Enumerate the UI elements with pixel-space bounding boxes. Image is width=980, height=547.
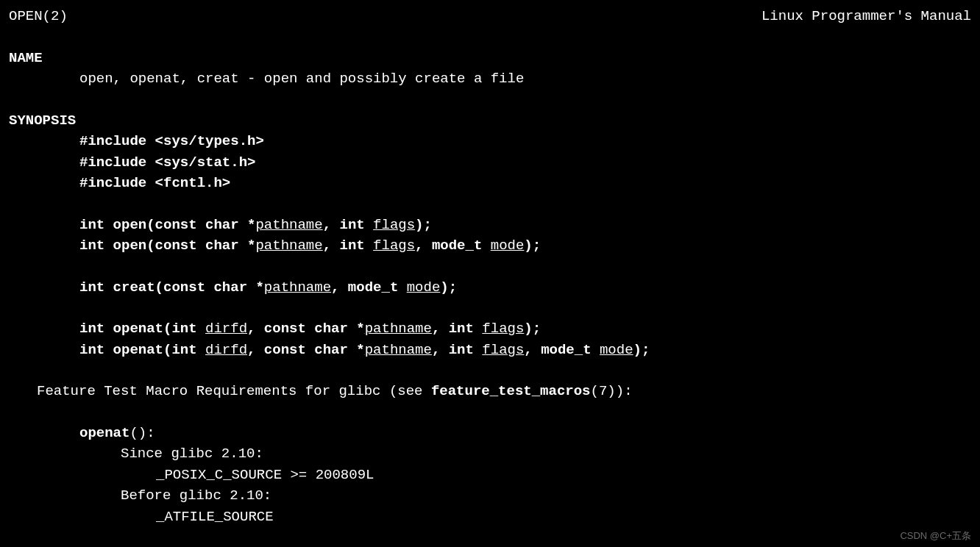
ftm-post: (7)): [591, 383, 633, 399]
name-heading: NAME [9, 48, 971, 69]
sig-text: int creat(const char * [79, 279, 264, 296]
sig-text: ); [633, 342, 650, 358]
synopsis-heading: SYNOPSIS [9, 110, 971, 132]
sig-text: ); [524, 321, 541, 337]
ftm-before-val: _ATFILE_SOURCE [9, 507, 971, 528]
sig-text: int open(const char * [79, 237, 255, 254]
sig-text: , mode_t [331, 279, 407, 296]
include-line: #include <sys/types.h> [9, 131, 971, 152]
ftm-openat-label: openat [79, 425, 129, 441]
function-signature: int openat(int dirfd, const char *pathna… [9, 318, 971, 340]
param-pathname: pathname [255, 237, 322, 254]
param-pathname: pathname [255, 217, 322, 233]
param-flags: flags [482, 342, 524, 358]
sig-text: , int [323, 217, 373, 233]
ftm-pre: Feature Test Macro Requirements for glib… [37, 383, 431, 399]
sig-text: , int [432, 321, 482, 337]
name-description: open, openat, creat - open and possibly … [9, 68, 971, 90]
param-pathname: pathname [264, 279, 331, 296]
ftm-link: feature_test_macros [431, 383, 591, 399]
param-mode: mode [600, 342, 633, 358]
sig-text: , const char * [247, 321, 365, 337]
sig-text: , mode_t [415, 237, 491, 254]
sig-text: int open(const char * [79, 217, 255, 233]
sig-text: int openat(int [79, 342, 205, 358]
param-mode: mode [491, 237, 525, 254]
sig-text: , mode_t [524, 342, 600, 358]
watermark: CSDN @C+五条 [900, 529, 971, 543]
function-signature: int openat(int dirfd, const char *pathna… [9, 340, 971, 361]
sig-text: ); [415, 217, 432, 233]
param-dirfd: dirfd [205, 342, 247, 358]
param-flags: flags [373, 217, 415, 233]
man-page-header: OPEN(2) Linux Programmer's Manual [9, 6, 971, 27]
include-line: #include <fcntl.h> [9, 173, 971, 194]
ftm-openat-paren: (): [129, 425, 155, 441]
param-flags: flags [482, 321, 524, 337]
feature-test-intro: Feature Test Macro Requirements for glib… [9, 381, 971, 402]
header-right: Linux Programmer's Manual [761, 6, 971, 27]
ftm-since: Since glibc 2.10: [9, 443, 971, 465]
include-line: #include <sys/stat.h> [9, 152, 971, 174]
ftm-since-val: _POSIX_C_SOURCE >= 200809L [9, 465, 971, 486]
sig-text: , const char * [247, 342, 365, 358]
sig-text: ); [524, 237, 541, 254]
header-left: OPEN(2) [9, 6, 68, 27]
function-signature: int open(const char *pathname, int flags… [9, 215, 971, 236]
sig-text: int openat(int [79, 321, 205, 337]
sig-text: ); [440, 279, 457, 296]
function-signature: int open(const char *pathname, int flags… [9, 235, 971, 257]
param-dirfd: dirfd [205, 321, 247, 337]
param-mode: mode [407, 279, 441, 296]
ftm-openat: openat(): [9, 423, 971, 444]
sig-text: , int [432, 342, 482, 358]
ftm-before: Before glibc 2.10: [9, 485, 971, 507]
function-signature: int creat(const char *pathname, mode_t m… [9, 277, 971, 298]
sig-text: , int [323, 237, 373, 254]
param-pathname: pathname [365, 342, 432, 358]
param-flags: flags [373, 237, 415, 254]
param-pathname: pathname [365, 321, 432, 337]
